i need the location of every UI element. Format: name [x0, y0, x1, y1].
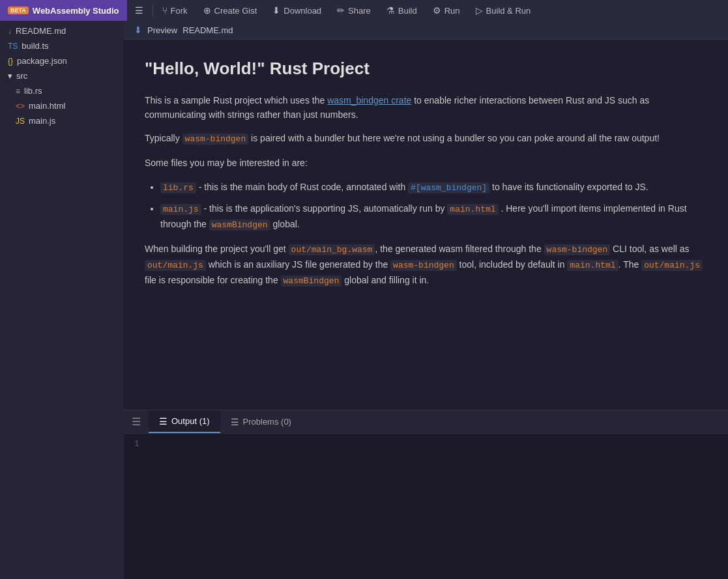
buildrun-label: Build & Run — [486, 6, 531, 16]
out-main-js-code2: out/main.js — [641, 260, 703, 271]
download-button[interactable]: ⬇ Download — [265, 0, 329, 21]
menu-icon: ☰ — [135, 5, 143, 16]
sidebar-item-label: main.js — [29, 116, 55, 126]
main-html-code: main.html — [567, 260, 618, 271]
p4-mid4: tool, included by default in — [457, 259, 568, 270]
sidebar-item-label: README.md — [16, 26, 66, 36]
md-p1-before: This is a sample Rust project which uses… — [145, 95, 327, 106]
md-title: "Hello, World!" Rust Project — [145, 55, 707, 83]
bottom-tabs: ☰ ☰ Output (1) ☰ Problems (0) — [124, 410, 728, 434]
run-label: Run — [444, 6, 460, 16]
folder-chevron-icon: ▾ — [8, 71, 12, 81]
gist-label: Create Gist — [214, 6, 257, 16]
preview-tab[interactable]: ⬇ Preview README.md — [124, 21, 728, 40]
sidebar-folder-src[interactable]: ▾ src — [0, 68, 124, 83]
preview-icon: ⬇ — [134, 25, 142, 35]
create-gist-button[interactable]: ⊕ Create Gist — [196, 0, 265, 21]
p4-mid1: , the generated wasm filtered through th… — [375, 244, 544, 254]
wasmBindgen-global-code: wasmBindgen — [281, 275, 342, 287]
fork-button[interactable]: ⑂ Fork — [154, 0, 196, 21]
sidebar-item-librs[interactable]: ≡ lib.rs — [0, 83, 124, 98]
mainjs-code: main.js — [160, 204, 201, 215]
bottom-panel: ☰ ☰ Output (1) ☰ Problems (0) 1 — [124, 410, 728, 579]
fork-label: Fork — [171, 6, 188, 16]
sidebar-item-label: package.json — [17, 56, 67, 66]
share-label: Share — [348, 6, 371, 16]
tab-output[interactable]: ☰ Output (1) — [149, 410, 220, 433]
line-number-1: 1 — [134, 439, 139, 449]
list-item-librs: lib.rs - this is the main body of Rust c… — [160, 180, 707, 195]
list-item-mainjs: main.js - this is the application's supp… — [160, 201, 707, 233]
sidebar-item-label: main.html — [29, 101, 65, 111]
bottom-content: 1 — [124, 434, 728, 579]
output-tab-label: Output (1) — [171, 416, 210, 426]
md-icon: ↓ — [8, 27, 12, 36]
preview-filename: README.md — [182, 25, 233, 35]
fork-icon: ⑂ — [162, 5, 167, 16]
sidebar-item-label: build.ts — [22, 41, 48, 51]
preview-label: Preview — [147, 25, 177, 35]
wasm-bindgen-link[interactable]: wasm_bindgen crate — [327, 95, 411, 106]
markdown-content: "Hello, World!" Rust Project This is a s… — [124, 40, 728, 410]
rs-icon: ≡ — [16, 87, 20, 96]
md-paragraph-1: This is a sample Rust project which uses… — [145, 93, 707, 122]
ts-icon: TS — [8, 42, 18, 51]
mainhtml-code: main.html — [447, 204, 498, 215]
md-paragraph-4: When building the project you'll get out… — [145, 242, 707, 288]
p4-mid2: CLI tool, as well as — [610, 244, 689, 254]
sidebar-item-packagejson[interactable]: {} package.json — [0, 53, 124, 68]
out-main-bg-code: out/main_bg.wasm — [289, 244, 375, 255]
share-icon: ✏ — [337, 5, 345, 16]
js-icon: JS — [16, 117, 25, 126]
wasm-bindgen-tool-code: wasm-bindgen — [390, 260, 457, 271]
gist-icon: ⊕ — [203, 5, 211, 16]
app-title: WebAssembly Studio — [33, 6, 119, 16]
md-p2-after: is paired with a bundler but here we're … — [248, 133, 660, 143]
mainjs-text3: global. — [272, 219, 299, 229]
app-logo: BETA WebAssembly Studio — [0, 0, 127, 21]
tab-problems[interactable]: ☰ Problems (0) — [220, 410, 302, 433]
sidebar-folder-label: src — [16, 71, 27, 81]
librs-text1: - this is the main body of Rust code, an… — [199, 182, 408, 192]
download-label: Download — [284, 6, 321, 16]
main-area: ↓ README.md TS build.ts {} package.json … — [0, 21, 728, 579]
p4-mid6: file is responsible for creating the — [145, 275, 281, 285]
sidebar-item-readme[interactable]: ↓ README.md — [0, 23, 124, 38]
menu-button[interactable]: ☰ — [127, 0, 151, 21]
p4-mid5: . The — [619, 259, 642, 270]
topbar: BETA WebAssembly Studio ☰ ⑂ Fork ⊕ Creat… — [0, 0, 728, 21]
wasmBindgen-code: wasmBindgen — [209, 219, 270, 231]
build-icon: ⚗ — [386, 5, 395, 16]
json-icon: {} — [8, 57, 13, 66]
md-paragraph-2: Typically wasm-bindgen is paired with a … — [145, 131, 707, 147]
share-button[interactable]: ✏ Share — [329, 0, 379, 21]
build-run-button[interactable]: ▷ Build & Run — [468, 0, 539, 21]
buildrun-icon: ▷ — [476, 5, 483, 16]
sidebar-item-mainjs[interactable]: JS main.js — [0, 113, 124, 128]
librs-code: lib.rs — [160, 182, 196, 193]
bottom-menu-icon[interactable]: ☰ — [124, 410, 149, 433]
out-main-js-code: out/main.js — [145, 260, 206, 271]
wasm-bindgen-attr-code: #[wasm_bindgen] — [408, 182, 489, 193]
sidebar-item-label: lib.rs — [24, 86, 42, 96]
content-area: ⬇ Preview README.md "Hello, World!" Rust… — [124, 21, 728, 579]
run-icon: ⚙ — [433, 5, 441, 16]
sidebar-item-mainhtml[interactable]: <> main.html — [0, 98, 124, 113]
p4-end: global and filling it in. — [342, 275, 429, 285]
p4-mid3: which is an auxiliary JS file generated … — [206, 259, 390, 270]
html-icon: <> — [16, 102, 25, 111]
beta-badge: BETA — [8, 7, 29, 14]
problems-tab-label: Problems (0) — [243, 417, 291, 427]
wasm-bindgen-code: wasm-bindgen — [182, 134, 249, 145]
output-tab-icon: ☰ — [159, 416, 167, 427]
md-bullet-list: lib.rs - this is the main body of Rust c… — [160, 180, 707, 233]
mainjs-text1: - this is the application's supporting J… — [204, 203, 448, 214]
problems-tab-icon: ☰ — [231, 417, 239, 427]
build-button[interactable]: ⚗ Build — [379, 0, 425, 21]
run-button[interactable]: ⚙ Run — [425, 0, 468, 21]
sidebar-item-buildts[interactable]: TS build.ts — [0, 38, 124, 53]
build-label: Build — [398, 6, 417, 16]
separator-1 — [153, 4, 153, 17]
p4-before: When building the project you'll get — [145, 244, 289, 254]
wasm-bindgen-cli-code: wasm-bindgen — [544, 244, 611, 255]
